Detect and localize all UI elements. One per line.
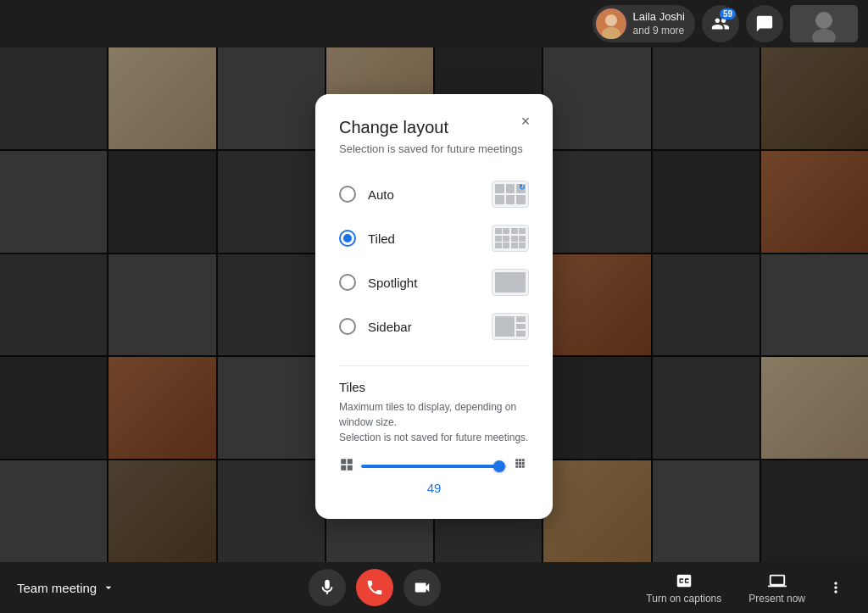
tile-count: 49	[339, 481, 529, 495]
layout-options: Auto ↻	[339, 172, 529, 348]
layout-sidebar-label: Sidebar	[368, 320, 412, 334]
grid-large-icon	[514, 457, 529, 476]
tiled-preview-icon	[492, 225, 529, 252]
tiles-slider-row	[339, 457, 529, 476]
tiles-desc: Maximum tiles to display, depending on w…	[339, 399, 529, 445]
layout-auto-label: Auto	[368, 187, 394, 202]
radio-tiled	[339, 230, 356, 247]
layout-option-spotlight[interactable]: Spotlight	[339, 260, 529, 304]
grid-small-icon	[339, 457, 354, 476]
auto-preview-icon: ↻	[492, 181, 529, 208]
layout-option-tiled[interactable]: Tiled	[339, 216, 529, 260]
layout-option-sidebar[interactable]: Sidebar	[339, 304, 529, 348]
modal-close-button[interactable]: ×	[512, 108, 539, 135]
sidebar-preview-icon	[492, 313, 529, 340]
radio-sidebar	[339, 318, 356, 335]
tiles-section: Tiles Maximum tiles to display, dependin…	[339, 365, 529, 495]
modal-overlay: Change layout Selection is saved for fut…	[0, 0, 868, 613]
modal-title: Change layout	[339, 118, 529, 137]
change-layout-modal: Change layout Selection is saved for fut…	[315, 94, 553, 519]
tiles-title: Tiles	[339, 380, 529, 394]
layout-tiled-label: Tiled	[368, 231, 395, 246]
spotlight-preview-icon	[492, 269, 529, 296]
radio-auto	[339, 186, 356, 203]
layout-option-auto[interactable]: Auto ↻	[339, 172, 529, 216]
modal-subtitle: Selection is saved for future meetings	[339, 142, 529, 155]
layout-spotlight-label: Spotlight	[368, 276, 417, 290]
tiles-slider[interactable]	[361, 458, 507, 475]
radio-spotlight	[339, 274, 356, 291]
